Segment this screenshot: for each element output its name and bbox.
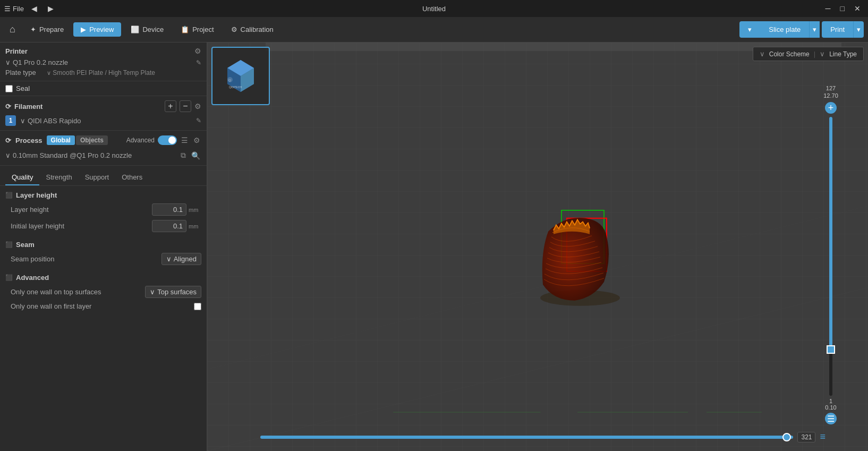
preset-copy-icon[interactable]: ⧉	[180, 150, 187, 161]
process-list-icon[interactable]: ☰	[180, 135, 189, 146]
main-content: Printer ⚙ ∨ Q1 Pro 0.2 nozzle ✎ Plate ty…	[0, 42, 868, 451]
viewport-bg: ∨ Color Scheme | ∨ Line Type QIDITECH Q	[207, 42, 868, 451]
settings-panel: ⬛ Layer height Layer height mm Initial l…	[0, 186, 207, 451]
seal-checkbox[interactable]	[5, 85, 13, 92]
filament-edit-icon[interactable]: ✎	[196, 117, 201, 124]
tag-objects[interactable]: Objects	[76, 135, 108, 145]
initial-layer-height-input[interactable]	[152, 220, 186, 232]
tab-others[interactable]: Others	[115, 170, 149, 185]
preset-name: ∨ 0.10mm Standard @Q1 Pro 0.2 nozzle	[5, 151, 176, 159]
layer-height-input[interactable]	[152, 203, 186, 216]
printer-name: ∨ Q1 Pro 0.2 nozzle	[5, 58, 68, 66]
3d-object-svg	[511, 199, 644, 316]
maximize-button[interactable]: □	[837, 3, 848, 14]
filament-title: ⟳ Filament	[5, 103, 42, 110]
preview-thumbnail[interactable]: QIDITECH Q	[211, 47, 270, 105]
process-right: Advanced ☰ ⚙	[126, 135, 201, 146]
home-button[interactable]: ⌂	[4, 21, 21, 38]
seam-position-value: Aligned	[174, 255, 197, 263]
preview-label: Preview	[89, 25, 114, 33]
seam-position-dropdown[interactable]: ∨ Aligned	[161, 253, 201, 265]
file-menu[interactable]: ☰ File	[4, 5, 24, 13]
tab-support[interactable]: Support	[79, 170, 116, 185]
slice-dropdown-button[interactable]: ▾	[809, 21, 820, 38]
shadow-lines	[393, 407, 762, 419]
window-title: Untitled	[422, 5, 446, 13]
project-icon: 📋	[181, 25, 189, 33]
printer-gear-icon[interactable]: ⚙	[194, 47, 201, 55]
back-button[interactable]: ◀	[28, 3, 40, 14]
advanced-toggle[interactable]	[158, 135, 177, 145]
process-title: ⟳ Process Global Objects	[5, 135, 108, 145]
top-surfaces-value: Top surfaces	[157, 288, 197, 296]
filament-gear-icon[interactable]: ⚙	[194, 102, 201, 110]
forward-button[interactable]: ▶	[45, 3, 57, 14]
preset-search-icon[interactable]: 🔍	[190, 150, 201, 161]
filament-name: ∨ QIDI ABS Rapido	[20, 117, 192, 125]
chevron-icon: ∨	[5, 58, 11, 66]
color-scheme-bar: ∨ Color Scheme | ∨ Line Type	[753, 47, 864, 61]
top-surfaces-chevron-icon: ∨	[150, 288, 155, 296]
seal-row: Seal	[0, 81, 207, 96]
advanced-label: Advanced	[126, 137, 155, 144]
prepare-label: Prepare	[39, 25, 64, 33]
seam-group-icon: ⬛	[5, 241, 13, 248]
calibration-tab[interactable]: ⚙ Calibration	[224, 22, 281, 37]
vertical-slider-track[interactable]	[829, 117, 832, 396]
device-tab[interactable]: ⬜ Device	[123, 22, 171, 37]
initial-layer-height-row: Initial layer height mm	[5, 220, 201, 232]
process-tag-group: Global Objects	[47, 135, 108, 145]
filament-add-button[interactable]: +	[165, 100, 176, 112]
printer-row: ∨ Q1 Pro 0.2 nozzle ✎	[5, 58, 201, 66]
layer-height-unit: mm	[189, 207, 201, 213]
print-button[interactable]: Print	[822, 21, 853, 38]
tab-strength[interactable]: Strength	[39, 170, 78, 185]
tab-quality[interactable]: Quality	[5, 170, 39, 185]
plate-type-text: Smooth PEI Plate / High Temp Plate	[53, 69, 155, 76]
color-scheme-chevron: ∨	[760, 50, 765, 58]
slider-top-val2: 12.70	[823, 92, 838, 99]
minimize-button[interactable]: ─	[822, 3, 834, 14]
advanced-settings-title: Advanced	[16, 274, 49, 282]
filament-name-text: QIDI ABS Rapido	[28, 117, 81, 125]
advanced-settings-group-header: ⬛ Advanced	[5, 274, 201, 282]
layer-height-group: ⬛ Layer height Layer height mm Initial l…	[5, 191, 201, 232]
initial-layer-height-unit: mm	[189, 223, 201, 229]
process-header: ⟳ Process Global Objects Advanced ☰ ⚙	[5, 135, 201, 146]
printer-section: Printer ⚙ ∨ Q1 Pro 0.2 nozzle ✎ Plate ty…	[0, 42, 207, 81]
bottom-slider-thumb[interactable]	[782, 433, 791, 441]
preview-thumb-svg: QIDITECH Q	[219, 57, 262, 95]
prepare-tab[interactable]: ✦ Prepare	[23, 22, 71, 37]
printer-edit-icon[interactable]: ✎	[196, 59, 201, 66]
quality-tabs: Quality Strength Support Others	[0, 166, 207, 186]
seam-position-label: Seam position	[11, 255, 161, 263]
project-tab[interactable]: 📋 Project	[173, 22, 221, 37]
line-type-value[interactable]: Line Type	[829, 50, 857, 58]
slider-thumb[interactable]	[827, 345, 835, 354]
navbar: ⌂ ✦ Prepare ▶ Preview ⬜ Device 📋 Project…	[0, 17, 868, 42]
tag-global[interactable]: Global	[47, 135, 75, 145]
slice-plate-dropdown-arrow[interactable]: ▾	[739, 21, 760, 38]
filament-remove-button[interactable]: −	[180, 100, 191, 112]
filament-section: ⟳ Filament + − ⚙ 1 ∨ QIDI ABS Rapido ✎	[0, 96, 207, 131]
print-dropdown-button[interactable]: ▾	[853, 21, 864, 38]
slider-plus-button[interactable]: +	[825, 102, 837, 114]
close-button[interactable]: ✕	[851, 3, 864, 14]
slice-plate-button[interactable]: Slice plate	[760, 21, 809, 38]
filament-icon: ⟳	[5, 103, 11, 110]
layers-button[interactable]: ☰	[825, 413, 837, 424]
preview-tab[interactable]: ▶ Preview	[73, 22, 121, 37]
process-title-text: Process	[15, 137, 42, 144]
slider-bottom-val1: 1	[829, 398, 832, 404]
stack-layers-icon[interactable]: ≡	[820, 431, 826, 443]
process-settings-icon[interactable]: ⚙	[192, 135, 201, 146]
bottom-slider-track[interactable]	[260, 436, 793, 439]
filament-number: 1	[5, 115, 16, 126]
process-preset-row: ∨ 0.10mm Standard @Q1 Pro 0.2 nozzle ⧉ 🔍	[5, 150, 201, 161]
prepare-icon: ✦	[30, 25, 36, 33]
first-layer-checkbox[interactable]	[194, 303, 201, 310]
file-label[interactable]: File	[13, 5, 24, 13]
bottom-count: 321	[797, 432, 815, 443]
top-surfaces-dropdown[interactable]: ∨ Top surfaces	[145, 286, 201, 298]
slider-bottom-val2: 0.10	[825, 404, 836, 411]
